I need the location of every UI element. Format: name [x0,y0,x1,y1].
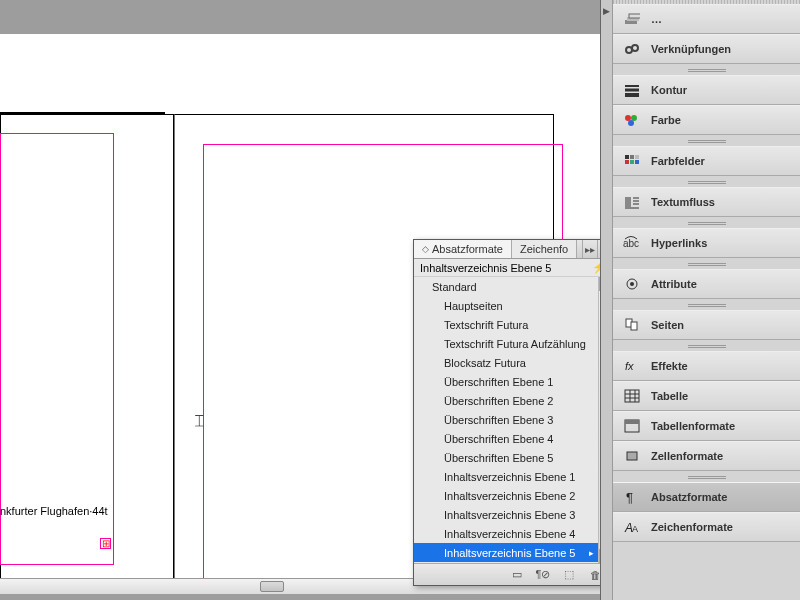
style-item-label: Überschriften Ebene 4 [444,433,553,445]
dock-panel-seiten[interactable]: Seiten [613,310,800,340]
parastyles-icon: ¶ [623,489,641,505]
group-grip[interactable] [613,64,800,75]
dock-panel-farbe[interactable]: Farbe [613,105,800,135]
group-grip[interactable] [613,217,800,228]
style-item-label: Überschriften Ebene 1 [444,376,553,388]
svg-rect-26 [631,322,637,330]
style-item-label: Inhaltsverzeichnis Ebene 5 [444,547,575,559]
svg-text:abc: abc [623,238,639,249]
style-list-item[interactable]: Überschriften Ebene 3 [414,410,598,429]
svg-text:A: A [632,524,638,534]
style-list-item[interactable]: Hauptseiten [414,296,598,315]
svg-point-4 [632,45,638,51]
layers-icon [623,11,641,27]
style-list-item[interactable]: Überschriften Ebene 1 [414,372,598,391]
svg-point-24 [630,282,634,286]
dock-panel-farbfelder[interactable]: Farbfelder [613,146,800,176]
style-item-label: Überschriften Ebene 2 [444,395,553,407]
overset-text-indicator[interactable]: ⊞ [100,538,111,549]
table-icon [623,388,641,404]
style-list-item[interactable]: Inhaltsverzeichnis Ebene 5▸ [414,543,598,562]
style-list-item[interactable]: Überschriften Ebene 2 [414,391,598,410]
visible-body-text[interactable]: nkfurter Flughafen·44t [0,505,108,517]
attributes-icon [623,276,641,292]
dock-panel-label: Farbfelder [651,155,705,167]
tab-zeichenformate[interactable]: Zeichenfo [512,240,577,258]
panel-dock: ▶ …VerknüpfungenKonturFarbeFarbfelderTex… [612,0,800,600]
sort-glyph: ◇ [422,244,429,254]
dock-panel-tabelle[interactable]: Tabelle [613,381,800,411]
svg-rect-11 [625,155,629,159]
dock-panel-label: … [651,13,662,25]
style-item-label: Blocksatz Futura [444,357,526,369]
dock-panel-zellenformate[interactable]: Zellenformate [613,441,800,471]
svg-rect-35 [627,452,637,460]
new-style-button[interactable]: ⬚ [560,567,578,582]
dock-panel-zeichenformate[interactable]: AAZeichenformate [613,512,800,542]
scrollbar-thumb[interactable] [260,581,284,592]
svg-point-10 [628,120,634,126]
paragraph-styles-panel[interactable]: ◇ Absatzformate Zeichenfo ▸▸ ▾≡ Inhaltsv… [413,239,613,586]
style-list-item[interactable]: Inhaltsverzeichnis Ebene 3 [414,505,598,524]
dock-panel-verkn-pfungen[interactable]: Verknüpfungen [613,34,800,64]
dock-panel-attribute[interactable]: Attribute [613,269,800,299]
current-style-name: Inhaltsverzeichnis Ebene 5 [420,262,551,274]
text-cursor-icon: ⌶ [195,412,203,428]
svg-rect-28 [625,390,639,402]
dock-panel--[interactable]: … [613,4,800,34]
style-list-item[interactable]: Inhaltsverzeichnis Ebene 4 [414,524,598,543]
links-icon [623,41,641,57]
dock-panel-kontur[interactable]: Kontur [613,75,800,105]
group-grip[interactable] [613,340,800,351]
style-list-item[interactable]: Überschriften Ebene 4 [414,429,598,448]
dock-panel-tabellenformate[interactable]: Tabellenformate [613,411,800,441]
svg-rect-14 [625,160,629,164]
dock-panel-label: Tabelle [651,390,688,402]
tab-absatzformate[interactable]: ◇ Absatzformate [414,240,512,258]
dock-panel-label: Seiten [651,319,684,331]
dock-expander[interactable]: ▶ [600,0,613,600]
style-list-item[interactable]: Textschrift Futura Aufzählung [414,334,598,353]
tablestyles-icon [623,418,641,434]
hyperlink-icon: abc [623,235,641,251]
charstyles-icon: AA [623,519,641,535]
group-grip[interactable] [613,176,800,187]
dock-panel-absatzformate[interactable]: ¶Absatzformate [613,482,800,512]
dock-panel-textumfluss[interactable]: Textumfluss [613,187,800,217]
style-item-label: Textschrift Futura Aufzählung [444,338,586,350]
cellstyles-icon [623,448,641,464]
group-grip[interactable] [613,258,800,269]
new-group-button[interactable]: ▭ [508,567,526,582]
group-grip[interactable] [613,135,800,146]
svg-text:¶: ¶ [626,490,633,504]
dock-panel-label: Zellenformate [651,450,723,462]
stroke-icon [623,82,641,98]
chevron-right-icon: ▶ [603,6,610,16]
group-grip[interactable] [613,471,800,482]
svg-rect-16 [635,160,639,164]
svg-rect-17 [625,197,631,207]
tab-label: Absatzformate [432,243,503,255]
current-style-row: Inhaltsverzeichnis Ebene 5 ⚡ [414,259,612,277]
style-list[interactable]: ▴ ▾ StandardHauptseitenTextschrift Futur… [414,277,612,563]
clear-overrides-button[interactable]: ¶⊘ [534,567,552,582]
style-item-label: Standard [432,281,477,293]
dock-panel-label: Kontur [651,84,687,96]
dock-panel-effekte[interactable]: fxEffekte [613,351,800,381]
swatches-icon [623,153,641,169]
group-grip[interactable] [613,299,800,310]
style-list-item[interactable]: Standard [414,277,598,296]
style-list-item[interactable]: Blocksatz Futura [414,353,598,372]
style-item-label: Inhaltsverzeichnis Ebene 2 [444,490,575,502]
svg-rect-34 [625,420,639,424]
dock-panel-hyperlinks[interactable]: abcHyperlinks [613,228,800,258]
style-list-item[interactable]: Inhaltsverzeichnis Ebene 2 [414,486,598,505]
style-list-item[interactable]: Textschrift Futura [414,315,598,334]
style-list-item[interactable]: Überschriften Ebene 5 [414,448,598,467]
style-item-flyout-icon[interactable]: ▸ [589,548,594,558]
pages-icon [623,317,641,333]
panel-collapse-button[interactable]: ▸▸ [582,240,597,258]
dock-panel-label: Effekte [651,360,688,372]
style-list-item[interactable]: Inhaltsverzeichnis Ebene 1 [414,467,598,486]
style-item-label: Inhaltsverzeichnis Ebene 4 [444,528,575,540]
